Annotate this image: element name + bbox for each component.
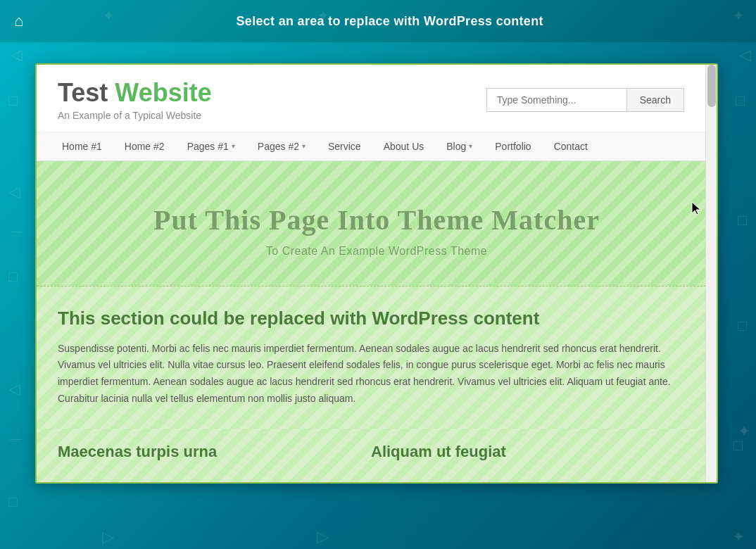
site-title: Test Website — [58, 79, 212, 107]
site-title-area: Test Website An Example of a Typical Web… — [58, 79, 212, 121]
nav-item-home1[interactable]: Home #1 — [51, 132, 113, 160]
site-title-colored: Website — [115, 78, 211, 107]
nav-item-about[interactable]: About Us — [372, 132, 436, 160]
chevron-down-icon: ▾ — [302, 142, 305, 150]
nav-item-blog[interactable]: Blog ▾ — [435, 132, 484, 160]
nav-item-home2[interactable]: Home #2 — [113, 132, 176, 160]
content-section: This section could be replaced with Word… — [37, 286, 717, 429]
chevron-down-icon: ▾ — [469, 142, 472, 150]
nav-item-pages2[interactable]: Pages #2 ▾ — [246, 132, 317, 160]
section-title: This section could be replaced with Word… — [58, 308, 684, 329]
bottom-col-2: Aliquam ut feugiat — [371, 443, 684, 461]
site-title-plain: Test — [58, 78, 115, 107]
site-nav: Home #1 Home #2 Pages #1 ▾ Pages #2 ▾ Se… — [37, 132, 717, 161]
nav-item-contact[interactable]: Contact — [543, 132, 599, 160]
scrollbar[interactable] — [705, 65, 717, 482]
search-button[interactable]: Search — [627, 88, 684, 112]
nav-item-portfolio[interactable]: Portfolio — [484, 132, 542, 160]
bottom-col-1: Maecenas turpis urna — [58, 443, 371, 461]
scrollbar-thumb[interactable] — [707, 65, 716, 107]
website-container: Test Website An Example of a Typical Web… — [35, 63, 718, 484]
search-input[interactable] — [486, 88, 627, 112]
section-body: Suspendisse potenti. Morbi ac felis nec … — [58, 341, 684, 408]
nav-item-service[interactable]: Service — [317, 132, 372, 160]
bottom-columns: Maecenas turpis urna Aliquam ut feugiat — [37, 429, 717, 482]
toolbar-title: Select an area to replace with WordPress… — [37, 14, 742, 29]
site-tagline: An Example of a Typical Website — [58, 110, 212, 121]
site-header: Test Website An Example of a Typical Web… — [37, 65, 717, 132]
nav-item-pages1[interactable]: Pages #1 ▾ — [176, 132, 246, 160]
bottom-col-2-title: Aliquam ut feugiat — [371, 443, 684, 461]
home-icon[interactable]: ⌂ — [14, 12, 23, 30]
search-area: Search — [486, 88, 684, 112]
hero-section: Put This Page Into Theme Matcher To Crea… — [37, 161, 717, 286]
chevron-down-icon: ▾ — [232, 142, 235, 150]
toolbar: ⌂ Select an area to replace with WordPre… — [0, 0, 756, 42]
bottom-col-1-title: Maecenas turpis urna — [58, 443, 371, 461]
hero-title: Put This Page Into Theme Matcher — [58, 203, 695, 236]
hero-subtitle: To Create An Example WordPress Theme — [58, 245, 695, 258]
